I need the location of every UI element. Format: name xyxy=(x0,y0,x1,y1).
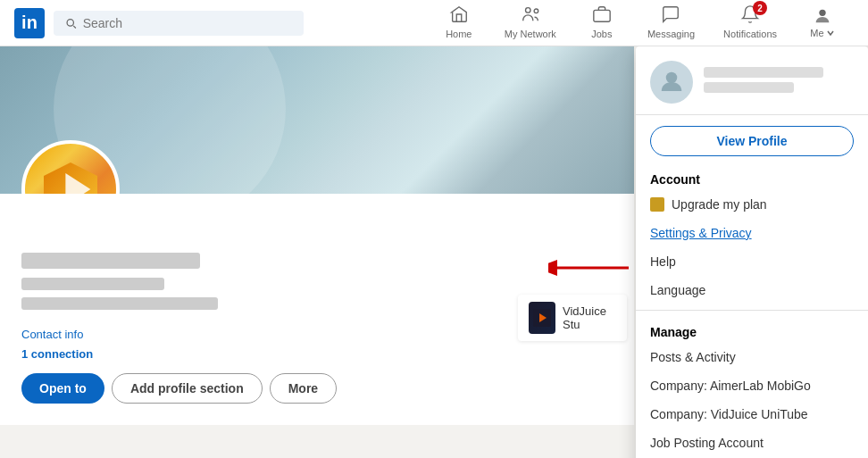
svg-point-1 xyxy=(534,9,538,13)
me-label: Me xyxy=(810,28,834,38)
nav-icons: Home My Network Jobs Messaging 2 Not xyxy=(428,4,854,41)
posts-activity-item[interactable]: Posts & Activity xyxy=(636,343,868,371)
language-item[interactable]: Language xyxy=(636,276,868,304)
notifications-badge: 2 xyxy=(753,1,767,15)
navbar: in Home My Network Jobs Me xyxy=(0,0,868,46)
messaging-icon xyxy=(661,4,680,29)
avatar-play-icon xyxy=(65,173,90,194)
profile-actions: Open to Add profile section More xyxy=(21,373,613,411)
view-profile-button[interactable]: View Profile xyxy=(650,126,854,156)
dropdown-avatar xyxy=(650,61,693,104)
linkedin-logo[interactable]: in xyxy=(14,8,45,38)
search-input[interactable] xyxy=(83,16,293,30)
me-avatar xyxy=(813,6,832,28)
dropdown-menu: View Profile Account Upgrade my plan Set… xyxy=(636,46,868,458)
dropdown-name-block xyxy=(704,67,854,97)
my-network-icon xyxy=(521,4,540,29)
connections-count[interactable]: 1 connection xyxy=(21,347,613,361)
cover-photo xyxy=(0,46,634,194)
dropdown-name-blurred xyxy=(704,67,823,78)
nav-me[interactable]: Me xyxy=(791,4,854,41)
jobs-icon xyxy=(592,4,612,29)
dropdown-header xyxy=(636,46,868,115)
profile-subtitle-blurred xyxy=(21,297,218,310)
nav-my-network[interactable]: My Network xyxy=(490,4,571,41)
nav-jobs[interactable]: Jobs xyxy=(571,4,633,41)
notifications-label: Notifications xyxy=(723,29,777,39)
search-bar[interactable] xyxy=(54,11,304,36)
messaging-label: Messaging xyxy=(647,29,695,39)
settings-privacy-item[interactable]: Settings & Privacy xyxy=(636,219,868,247)
upgrade-icon xyxy=(650,197,664,212)
red-arrow xyxy=(548,250,638,289)
home-icon xyxy=(449,4,469,29)
company1-item[interactable]: Company: AimerLab MobiGo xyxy=(636,371,868,400)
jobs-label: Jobs xyxy=(591,29,612,39)
svg-point-6 xyxy=(666,72,678,84)
nav-home[interactable]: Home xyxy=(428,4,490,41)
search-icon xyxy=(64,16,78,30)
profile-avatar xyxy=(21,140,120,194)
profile-name-blurred xyxy=(21,253,200,269)
nav-messaging[interactable]: Messaging xyxy=(633,4,709,41)
vidjuice-thumbnail xyxy=(529,302,555,334)
svg-point-0 xyxy=(525,8,530,13)
account-section-title: Account xyxy=(636,163,868,190)
my-network-label: My Network xyxy=(505,29,556,39)
job-posting-item[interactable]: Job Posting Account xyxy=(636,429,868,457)
svg-point-3 xyxy=(819,9,825,15)
more-button[interactable]: More xyxy=(270,373,337,404)
profile-title-blurred xyxy=(21,278,164,290)
add-profile-section-button[interactable]: Add profile section xyxy=(112,373,263,404)
notifications-icon: 2 xyxy=(740,4,760,29)
open-to-button[interactable]: Open to xyxy=(21,373,104,404)
dropdown-title-blurred xyxy=(704,82,794,93)
vidjuice-name: VidJuice Stu xyxy=(563,304,616,331)
company2-item[interactable]: Company: VidJuice UniTube xyxy=(636,400,868,429)
vidjuice-card: VidJuice Stu xyxy=(518,295,627,341)
home-label: Home xyxy=(446,29,472,39)
main-content: Contact info 1 connection Open to Add pr… xyxy=(0,46,868,458)
profile-avatar-container xyxy=(21,140,120,194)
contact-info-link[interactable]: Contact info xyxy=(21,328,83,341)
nav-notifications[interactable]: 2 Notifications xyxy=(709,4,791,41)
help-item[interactable]: Help xyxy=(636,247,868,276)
upgrade-plan-item[interactable]: Upgrade my plan xyxy=(636,190,868,219)
divider xyxy=(636,310,868,311)
profile-page: Contact info 1 connection Open to Add pr… xyxy=(0,46,634,425)
manage-section-title: Manage xyxy=(636,316,868,343)
svg-rect-2 xyxy=(594,10,610,21)
